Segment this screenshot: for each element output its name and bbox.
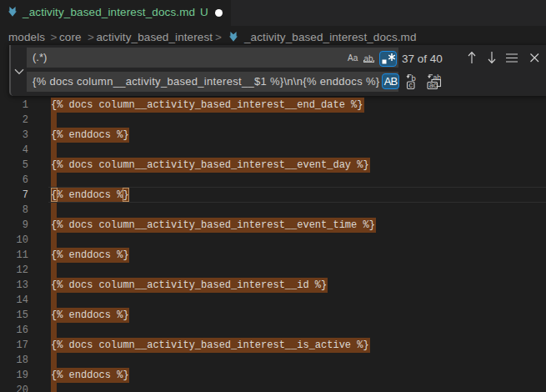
svg-text:c: c — [408, 79, 413, 88]
svg-text:ac: ac — [429, 81, 438, 89]
